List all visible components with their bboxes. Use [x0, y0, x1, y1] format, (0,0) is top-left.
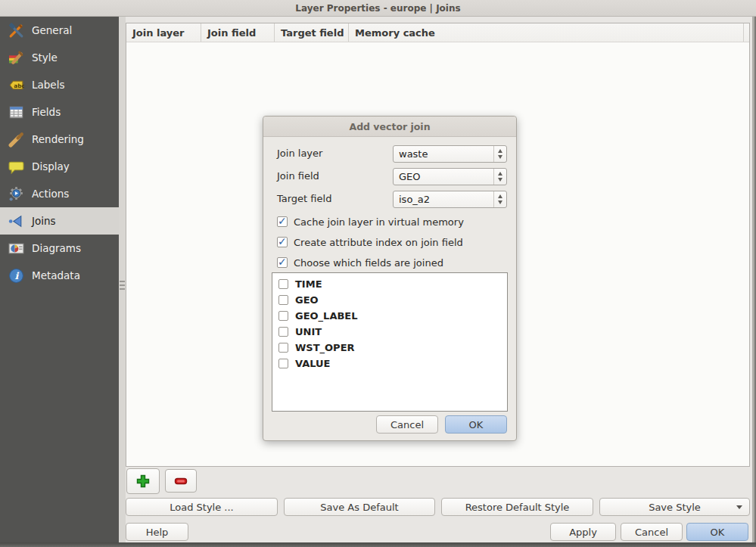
field-label: TIME	[295, 278, 322, 290]
sidebar-item-label: Fields	[32, 106, 61, 118]
checkbox-checked-icon	[277, 216, 288, 227]
field-list-item[interactable]: WST_OPER	[272, 340, 507, 356]
properties-sidebar: General Style abc Labels Fields Renderin…	[0, 17, 119, 542]
pie-diagram-icon	[8, 240, 24, 256]
checkbox-unchecked-icon	[278, 343, 288, 353]
field-label: UNIT	[295, 326, 322, 337]
target-field-value: iso_a2	[394, 194, 493, 205]
sidebar-item-label: Rendering	[32, 133, 84, 145]
cancel-button[interactable]: Cancel	[621, 523, 683, 541]
sidebar-item-general[interactable]: General	[0, 17, 119, 44]
dialog-title: Add vector join	[349, 121, 430, 132]
cache-join-checkbox[interactable]: Cache join layer in virtual memory	[277, 215, 464, 228]
dialog-cancel-button[interactable]: Cancel	[376, 415, 438, 434]
column-header-join-field[interactable]: Join field	[201, 23, 275, 42]
restore-default-style-button[interactable]: Restore Default Style	[441, 498, 593, 516]
sidebar-item-actions[interactable]: Actions	[0, 180, 119, 207]
speech-bubble-icon	[8, 158, 24, 175]
window-title: Layer Properties - europe | Joins	[295, 3, 460, 14]
minus-icon	[173, 474, 188, 489]
save-as-default-button[interactable]: Save As Default	[284, 498, 435, 516]
spinner-arrows-icon[interactable]	[493, 191, 506, 207]
join-layer-combo[interactable]: waste	[393, 145, 507, 163]
field-list-item[interactable]: GEO	[272, 292, 507, 308]
checkbox-checked-icon	[277, 257, 288, 268]
chevron-down-icon	[736, 505, 742, 509]
join-layer-value: waste	[394, 148, 493, 160]
target-field-row: Target field iso_a2	[263, 191, 516, 208]
sidebar-item-label: Actions	[32, 188, 69, 200]
sidebar-item-label: Style	[32, 51, 58, 64]
checkbox-unchecked-icon	[278, 311, 288, 321]
splitter-grip-icon	[120, 278, 125, 292]
svg-text:abc: abc	[14, 82, 24, 89]
field-label: WST_OPER	[295, 342, 355, 353]
info-icon: i	[8, 267, 24, 284]
field-list-item[interactable]: GEO_LABEL	[272, 308, 507, 324]
help-button[interactable]: Help	[126, 523, 188, 541]
checkbox-unchecked-icon	[278, 327, 288, 337]
ok-button[interactable]: OK	[686, 523, 748, 541]
join-field-label: Join field	[277, 170, 319, 182]
abc-tag-icon: abc	[8, 76, 24, 93]
column-header-memory-cache[interactable]: Memory cache	[349, 23, 744, 42]
attribute-table-icon	[8, 104, 24, 120]
spinner-arrows-icon[interactable]	[493, 146, 506, 162]
sidebar-item-metadata[interactable]: i Metadata	[0, 262, 119, 289]
field-label: VALUE	[295, 358, 331, 369]
join-field-value: GEO	[394, 171, 493, 182]
checkbox-checked-icon	[277, 237, 288, 247]
load-style-button[interactable]: Load Style ...	[126, 498, 278, 516]
joined-fields-list: TIME GEO GEO_LABEL UNIT WST_OPER VALUE	[272, 272, 508, 412]
save-style-button[interactable]: Save Style	[599, 498, 750, 516]
dialog-titlebar[interactable]: Add vector join	[263, 117, 516, 137]
join-table-header: Join layer Join field Target field Memor…	[126, 23, 749, 42]
join-layer-row: Join layer waste	[263, 145, 516, 163]
cache-join-label: Cache join layer in virtual memory	[294, 216, 464, 228]
target-field-combo[interactable]: iso_a2	[393, 191, 507, 208]
tools-icon	[8, 22, 24, 39]
window-bottom-border	[0, 542, 756, 547]
create-index-checkbox[interactable]: Create attribute index on join field	[277, 235, 463, 249]
field-list-item[interactable]: UNIT	[272, 324, 507, 340]
field-list-item[interactable]: VALUE	[272, 356, 507, 371]
checkbox-unchecked-icon	[278, 295, 288, 305]
create-index-label: Create attribute index on join field	[294, 237, 463, 248]
remove-join-button[interactable]	[165, 469, 197, 493]
sidebar-item-label: Labels	[32, 79, 64, 91]
column-header-join-layer[interactable]: Join layer	[126, 23, 201, 42]
save-style-label: Save Style	[649, 502, 701, 513]
dialog-ok-button[interactable]: OK	[445, 415, 507, 434]
sidebar-item-display[interactable]: Display	[0, 153, 119, 180]
sidebar-item-label: Diagrams	[32, 242, 81, 254]
add-vector-join-dialog: Add vector join Join layer waste Join fi…	[263, 116, 517, 441]
sidebar-splitter[interactable]	[119, 17, 126, 542]
add-join-button[interactable]	[126, 468, 160, 494]
field-list-item[interactable]: TIME	[272, 276, 507, 292]
sidebar-item-diagrams[interactable]: Diagrams	[0, 235, 119, 262]
sidebar-item-label: Metadata	[32, 269, 80, 281]
join-arrow-icon	[8, 213, 24, 229]
sidebar-item-label: General	[32, 24, 72, 36]
plus-icon	[135, 474, 151, 489]
column-header-target-field[interactable]: Target field	[275, 23, 349, 42]
sidebar-item-fields[interactable]: Fields	[0, 98, 119, 126]
target-field-label: Target field	[277, 193, 331, 204]
sidebar-item-style[interactable]: Style	[0, 44, 119, 71]
window-right-border	[752, 17, 756, 542]
apply-button[interactable]: Apply	[550, 523, 616, 541]
sidebar-item-labels[interactable]: abc Labels	[0, 71, 119, 98]
join-field-combo[interactable]: GEO	[393, 168, 507, 185]
spinner-arrows-icon[interactable]	[493, 169, 506, 185]
sidebar-item-rendering[interactable]: Rendering	[0, 126, 119, 153]
join-layer-label: Join layer	[277, 148, 322, 159]
field-label: GEO_LABEL	[295, 310, 358, 322]
window-titlebar[interactable]: Layer Properties - europe | Joins	[0, 0, 756, 17]
choose-fields-label: Choose which fields are joined	[294, 257, 443, 269]
field-label: GEO	[295, 294, 319, 306]
gear-action-icon	[8, 185, 24, 202]
sidebar-item-joins[interactable]: Joins	[0, 207, 119, 235]
checkbox-unchecked-icon	[278, 279, 288, 289]
choose-fields-checkbox[interactable]: Choose which fields are joined	[277, 256, 443, 269]
join-field-row: Join field GEO	[263, 168, 516, 185]
